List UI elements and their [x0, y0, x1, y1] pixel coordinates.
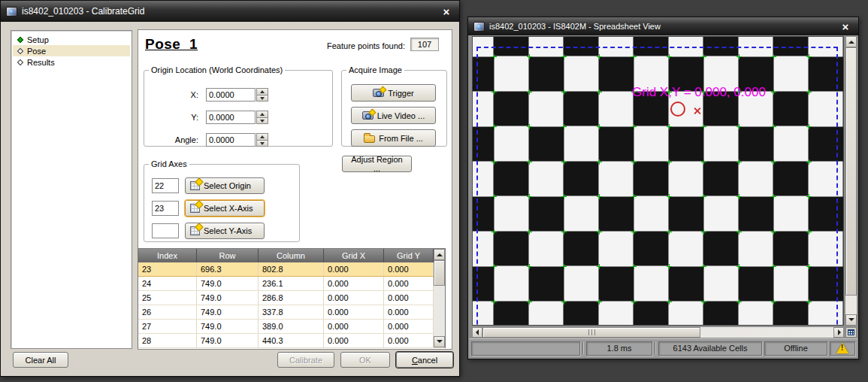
select-y-axis-button[interactable]: Select Y-Axis — [185, 223, 265, 239]
cross-arm — [494, 89, 494, 95]
adjust-region-button[interactable]: Adjust Region ... — [342, 156, 412, 172]
table-cell: 0.000 — [324, 277, 384, 290]
feature-cross-icon — [667, 194, 672, 199]
spin-down-icon[interactable] — [256, 96, 268, 102]
spin-up-icon[interactable] — [256, 111, 268, 118]
table-scroll-thumb[interactable] — [434, 260, 445, 286]
table-header-row: IndexRowColumnGrid XGrid Y — [138, 249, 445, 262]
feature-cross-icon — [561, 229, 567, 235]
select-x-axis-index-field[interactable] — [152, 201, 179, 216]
origin-field-row: Y: — [144, 106, 332, 129]
cancel-button[interactable]: Cancel — [396, 352, 453, 368]
trigger-camera-icon — [373, 89, 384, 97]
feature-cross-icon — [771, 299, 776, 305]
tree-item-label: Pose — [27, 47, 46, 56]
diamond-outline-icon — [17, 59, 23, 65]
select-y-axis-index-field[interactable] — [152, 223, 179, 238]
y-coordinate-input[interactable] — [206, 111, 256, 124]
feature-cross-icon — [806, 264, 812, 269]
feature-cross-icon — [491, 229, 497, 235]
select-point-icon — [190, 181, 200, 190]
pose-heading: Pose 1 — [145, 36, 198, 53]
grid-xy-label: Grid X,Y = 0.000, 0.000 — [632, 85, 766, 100]
table-row[interactable]: 25749.0286.80.0000.000 — [138, 291, 445, 305]
table-scroll-track[interactable] — [434, 286, 445, 336]
spinner[interactable] — [256, 88, 268, 102]
cross-arm — [739, 159, 739, 165]
cross-arm — [529, 89, 530, 95]
cross-arm — [703, 299, 704, 305]
scroll-up-icon[interactable] — [434, 249, 445, 260]
v-scroll-track[interactable] — [845, 296, 857, 314]
cross-arm — [669, 54, 670, 59]
scroll-left-icon[interactable] — [472, 327, 482, 338]
table-cell: 749.0 — [197, 291, 259, 305]
cross-arm — [529, 299, 530, 305]
feature-cross-icon — [491, 124, 497, 129]
calibrate-grid-titlebar[interactable]: is8402_010203 - CalibrateGrid × — [1, 1, 459, 22]
spin-up-icon[interactable] — [256, 88, 268, 96]
feature-cross-icon — [597, 89, 602, 95]
table-row[interactable]: 24749.0236.10.0000.000 — [138, 277, 445, 291]
h-scroll-thumb[interactable] — [482, 327, 700, 338]
cross-arm — [739, 124, 739, 129]
origin-location-group-title: Origin Location (World Coordinates) — [149, 65, 285, 74]
from-file-button[interactable]: From File ... — [351, 129, 436, 147]
scroll-up-icon[interactable] — [845, 36, 857, 47]
horizontal-scrollbar[interactable] — [472, 327, 844, 338]
green-diamond-icon — [17, 36, 23, 42]
clear-all-button[interactable]: Clear All — [13, 352, 68, 368]
table-row[interactable]: 27749.0389.00.0000.000 — [138, 320, 445, 334]
cross-arm — [634, 299, 634, 305]
live-video-button[interactable]: Live Video ... — [351, 107, 436, 124]
feature-cross-icon — [491, 299, 497, 305]
table-row[interactable]: 28749.0440.30.0000.000 — [138, 334, 445, 348]
feature-cross-icon — [527, 194, 532, 199]
x-coordinate-input[interactable] — [206, 88, 256, 102]
feature-points-value: 107 — [410, 38, 439, 51]
h-scroll-track[interactable] — [700, 327, 833, 338]
feature-cross-icon — [597, 194, 602, 199]
scroll-down-icon[interactable] — [845, 314, 857, 326]
grid-axes-row: Select Y-Axis — [152, 223, 299, 239]
cross-arm — [529, 229, 530, 235]
select-origin-button[interactable]: Select Origin — [185, 177, 265, 194]
warning-indicator[interactable] — [830, 341, 855, 356]
vertical-scrollbar[interactable] — [845, 36, 857, 326]
tree-item-pose[interactable]: Pose — [13, 45, 130, 56]
select-point-icon — [190, 226, 200, 235]
cross-arm — [773, 89, 774, 95]
spin-up-icon[interactable] — [256, 133, 268, 141]
select-x-axis-button[interactable]: Select X-Axis — [185, 200, 265, 217]
feature-cross-icon — [701, 229, 706, 235]
scroll-down-icon[interactable] — [434, 336, 445, 347]
spin-down-icon[interactable] — [256, 141, 268, 147]
table-row[interactable]: 26749.0337.80.0000.000 — [138, 305, 445, 320]
table-scrollbar[interactable] — [434, 249, 445, 347]
feature-cross-icon — [771, 89, 776, 95]
scroll-right-icon[interactable] — [833, 327, 844, 338]
tree-item-setup[interactable]: Setup — [13, 34, 130, 45]
cross-arm — [809, 264, 809, 269]
table-cell: 0.000 — [384, 262, 434, 276]
trigger-button[interactable]: Trigger — [351, 84, 436, 102]
tree-item-results[interactable]: Results — [13, 56, 130, 68]
angle-coordinate-input[interactable] — [206, 133, 256, 147]
checkerboard-calibration-image[interactable]: Grid X,Y = 0.000, 0.000 — [472, 36, 844, 326]
select-origin-index-field[interactable] — [152, 178, 179, 193]
close-icon[interactable]: × — [439, 6, 454, 17]
v-scroll-thumb[interactable] — [845, 47, 857, 296]
grid-corner-icon[interactable] — [845, 327, 857, 338]
spinner[interactable] — [256, 111, 268, 124]
spreadsheet-view-titlebar[interactable]: is8402_010203 - IS8402M - Spreadsheet Vi… — [468, 17, 858, 35]
cross-arm — [494, 124, 494, 129]
status-separator — [655, 342, 656, 354]
table-row[interactable]: 23696.3802.80.0000.000 — [138, 262, 445, 277]
close-icon[interactable]: × — [838, 21, 853, 32]
table-cell: 389.0 — [259, 320, 324, 333]
spin-down-icon[interactable] — [256, 118, 268, 125]
table-cell: 802.8 — [259, 262, 324, 276]
cross-arm — [669, 299, 670, 305]
spinner[interactable] — [256, 133, 268, 147]
cross-arm — [773, 299, 774, 305]
